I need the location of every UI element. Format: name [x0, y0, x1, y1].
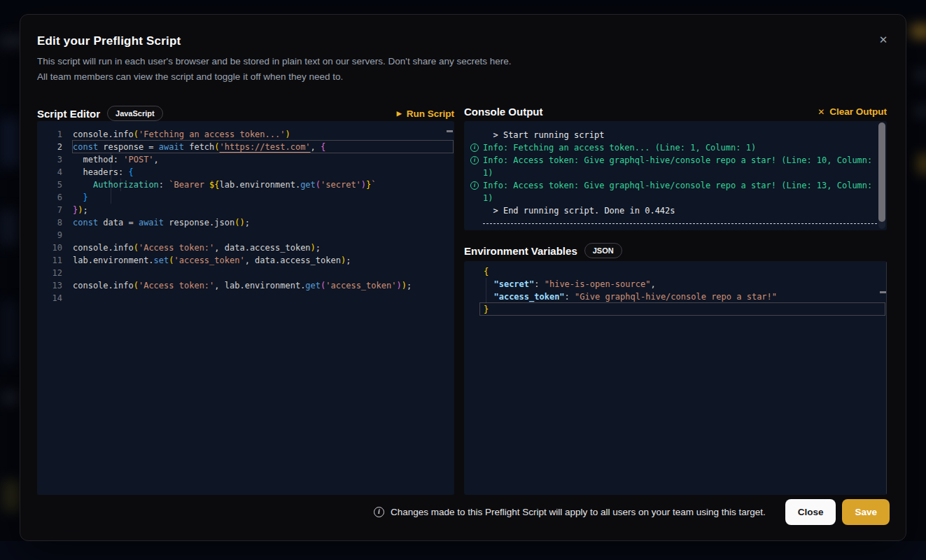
line-number: 12	[37, 267, 62, 279]
code-line: {	[464, 265, 887, 278]
line-number: 3	[37, 153, 62, 166]
background-blur-shape	[3, 480, 21, 511]
line-number: 13	[37, 279, 62, 292]
background-blur-shape	[0, 118, 21, 167]
background-blur-shape	[3, 392, 18, 403]
console-output[interactable]: > Start running scriptiInfo: Fetching an…	[464, 121, 887, 230]
background-blur-shape	[915, 70, 926, 80]
code-line: 1console.info('Fetching an access token.…	[37, 128, 454, 141]
console-entry: iInfo: Access token: Give graphql-hive/c…	[464, 179, 887, 204]
code-line: 4 headers: {	[37, 166, 454, 178]
indent-guide	[486, 278, 486, 303]
footer-notice-text: Changes made to this Preflight Script wi…	[391, 507, 766, 517]
script-editor-label: Script Editor	[37, 108, 100, 120]
close-icon[interactable]: ✕	[875, 31, 892, 48]
code-line: "access_token": "Give graphql-hive/conso…	[464, 290, 887, 303]
line-number: 6	[37, 191, 62, 204]
overview-ruler	[886, 261, 887, 495]
code-line: }	[464, 303, 887, 316]
clear-x-icon: ✕	[818, 108, 825, 116]
indent-guide	[111, 153, 111, 204]
console-output-label: Console Output	[464, 106, 543, 118]
info-icon: i	[470, 181, 479, 190]
overview-ruler-mark	[447, 130, 453, 132]
code-line: 9	[37, 229, 454, 241]
dialog-description-line2: All team members can view the script and…	[37, 69, 511, 85]
save-button[interactable]: Save	[842, 499, 890, 525]
console-entry: > Start running script	[464, 129, 887, 141]
clear-output-label: Clear Output	[829, 106, 887, 117]
run-script-label: Run Script	[407, 108, 454, 119]
console-entry: iInfo: Access token: Give graphql-hive/c…	[464, 154, 887, 179]
code-line: 12	[37, 267, 454, 279]
dialog-description-line1: This script will run in each user's brow…	[37, 54, 511, 69]
line-number: 4	[37, 166, 62, 178]
console-entry: iInfo: Fetching an access token... (Line…	[464, 141, 887, 154]
preflight-script-dialog: ✕ Edit your Preflight Script This script…	[20, 14, 906, 541]
line-number: 14	[37, 292, 62, 304]
line-number: 2	[37, 141, 62, 153]
dialog-title: Edit your Preflight Script	[37, 34, 181, 48]
dialog-footer: i Changes made to this Preflight Script …	[37, 498, 890, 526]
background-blur-shape	[1, 301, 18, 364]
indent-guide	[120, 178, 121, 191]
code-line: 10console.info('Access token:', data.acc…	[37, 241, 454, 254]
line-number: 1	[37, 128, 62, 141]
info-icon: i	[374, 507, 384, 517]
close-button[interactable]: Close	[785, 499, 836, 525]
background-blur-shape	[911, 25, 926, 38]
info-icon: i	[470, 156, 479, 164]
code-line: 11lab.environment.set('access_token', da…	[37, 254, 454, 267]
environment-variables-label: Environment Variables	[464, 245, 577, 257]
code-line: 5 Authorization: `Bearer ${lab.environme…	[37, 178, 454, 191]
line-number: 10	[37, 241, 62, 254]
code-line: 8const data = await response.json();	[37, 216, 454, 229]
footer-notice: i Changes made to this Preflight Script …	[374, 507, 766, 517]
code-line: 7});	[37, 204, 454, 216]
script-editor[interactable]: 1console.info('Fetching an access token.…	[37, 121, 454, 495]
line-number: 11	[37, 254, 62, 267]
line-number: 8	[37, 216, 62, 229]
overview-ruler-mark	[880, 291, 886, 293]
play-icon: ▶	[397, 111, 402, 117]
background-blur-shape	[0, 210, 18, 245]
code-line: 2const response = await fetch('https://t…	[37, 141, 454, 153]
console-entry: > End running script. Done in 0.442s	[464, 204, 887, 217]
code-line: 14	[37, 292, 454, 304]
background-blur-shape	[918, 154, 926, 174]
background-blur-shape	[915, 106, 926, 116]
environment-variables-editor[interactable]: { "secret": "hive-is-open-source", "acce…	[464, 261, 887, 495]
code-line: 6 }	[37, 191, 454, 204]
line-number: 7	[37, 204, 62, 216]
code-line: 13console.info('Access token:', lab.envi…	[37, 279, 454, 292]
line-number: 5	[37, 178, 62, 191]
info-icon: i	[470, 144, 479, 152]
line-number: 9	[37, 229, 62, 241]
code-line: "secret": "hive-is-open-source",	[464, 278, 887, 290]
console-scrollbar-thumb[interactable]	[878, 122, 885, 222]
console-scrollbar[interactable]	[878, 122, 885, 229]
code-line: 3 method: 'POST',	[37, 153, 454, 166]
language-badge: JavaScript	[107, 106, 163, 121]
console-separator	[483, 223, 877, 224]
run-script-button[interactable]: ▶ Run Script	[397, 108, 454, 119]
background-page-strip	[0, 541, 926, 560]
dialog-description: This script will run in each user's brow…	[37, 54, 511, 85]
clear-output-button[interactable]: ✕ Clear Output	[818, 106, 887, 117]
json-badge: JSON	[584, 243, 622, 258]
